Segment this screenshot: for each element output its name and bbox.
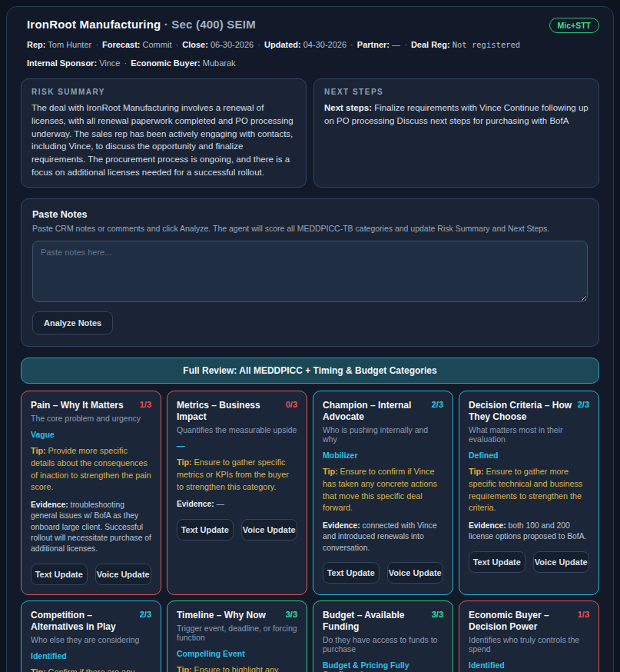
sponsor-meta-row: Internal Sponsor: Vince · Economic Buyer… <box>21 57 599 70</box>
header: IronRoot Manufacturing · Sec (400) SEIM … <box>21 18 599 33</box>
tip-text: Ensure to confirm if Vince has taken any… <box>323 467 437 512</box>
paste-notes-panel: Paste Notes Paste CRM notes or comments … <box>21 198 599 347</box>
text-update-button[interactable]: Text Update <box>323 562 380 584</box>
card-status: Identified <box>469 660 589 670</box>
card-status: Budget & Pricing Fully Confirmed <box>323 660 443 672</box>
card-status: Defined <box>469 451 589 460</box>
deal-name: IronRoot Manufacturing <box>27 18 161 31</box>
tip-label: Tip: <box>31 667 46 672</box>
card-subtitle: Who is pushing internally and why <box>323 425 443 444</box>
card-score: 3/3 <box>432 610 443 619</box>
card-status: Compelling Event <box>177 649 297 658</box>
paste-notes-title: Paste Notes <box>32 209 588 220</box>
evidence-label: Evidence: <box>469 521 506 530</box>
meta-label: Deal Reg: <box>411 40 450 49</box>
summary-panels: RISK SUMMARY The deal with IronRoot Manu… <box>21 78 599 188</box>
mic-stt-badge: Mic+STT <box>549 18 599 33</box>
meta-label: Economic Buyer: <box>131 58 200 68</box>
card-status: Mobilizer <box>323 451 443 460</box>
card-title: Economic Buyer – Decision Power <box>469 610 573 633</box>
deal-review-window: IronRoot Manufacturing · Sec (400) SEIM … <box>6 6 614 672</box>
meta-label: Forecast: <box>102 40 141 49</box>
card-status: — <box>177 441 297 451</box>
paste-notes-description: Paste CRM notes or comments and click An… <box>32 224 588 233</box>
separator: · <box>94 40 100 49</box>
card-title: Metrics – Business Impact <box>177 400 281 423</box>
meta-value: — <box>392 40 400 49</box>
analyze-notes-button[interactable]: Analyze Notes <box>32 311 113 334</box>
card-evidence: Evidence: connected with Vince and intro… <box>323 521 443 554</box>
tip-label: Tip: <box>31 446 46 455</box>
meta-value: 06-30-2026 <box>211 40 254 49</box>
voice-update-button[interactable]: Voice Update <box>241 519 298 541</box>
voice-update-button[interactable]: Voice Update <box>95 564 152 585</box>
next-steps-heading: NEXT STEPS <box>324 88 589 96</box>
separator: · <box>256 40 262 49</box>
meta-value: Commit <box>143 40 172 49</box>
meddpicc-card: Competition – Alternatives in Play 2/3 W… <box>21 600 161 672</box>
voice-update-button[interactable]: Voice Update <box>533 551 590 573</box>
card-status: Identified <box>31 651 151 660</box>
separator: · <box>123 58 129 68</box>
voice-update-button[interactable]: Voice Update <box>387 562 444 584</box>
card-header: Metrics – Business Impact 0/3 <box>177 400 297 423</box>
card-tip: Tip: Ensure to gather more specific tech… <box>469 466 589 514</box>
tip-text: Ensure to highlight any specific deadlin… <box>177 665 293 672</box>
tip-label: Tip: <box>177 457 192 467</box>
tip-text: Ensure to gather more specific technical… <box>469 467 582 512</box>
separator: · <box>349 40 355 49</box>
card-score: 2/3 <box>578 400 589 409</box>
tip-text: Provide more specific details about the … <box>31 446 151 491</box>
card-header: Competition – Alternatives in Play 2/3 <box>31 610 151 633</box>
next-steps-label: Next steps: <box>324 103 372 112</box>
card-header: Decision Criteria – How They Choose 2/3 <box>469 400 589 423</box>
card-score: 2/3 <box>432 400 443 409</box>
meddpicc-card: Decision Criteria – How They Choose 2/3 … <box>459 391 599 595</box>
notes-input[interactable] <box>32 241 588 302</box>
card-score: 2/3 <box>140 610 151 619</box>
risk-summary-text: The deal with IronRoot Manufacturing inv… <box>31 101 296 178</box>
meta-label: Partner: <box>357 40 390 49</box>
separator: · <box>174 40 181 49</box>
text-update-button[interactable]: Text Update <box>31 564 88 585</box>
tip-label: Tip: <box>469 467 484 476</box>
card-score: 1/3 <box>140 400 151 409</box>
meddpicc-cards-grid: Pain – Why It Matters 1/3 The core probl… <box>21 391 599 672</box>
tip-text: Confirm if there are any specific compet… <box>31 667 147 672</box>
meddpicc-card: Economic Buyer – Decision Power 1/3 Iden… <box>459 600 599 672</box>
tip-label: Tip: <box>177 665 192 672</box>
meta-label: Internal Sponsor: <box>27 58 97 68</box>
full-review-banner[interactable]: Full Review: All MEDDPICC + Timing & Bud… <box>21 358 599 384</box>
card-actions: Text Update Voice Update <box>469 551 589 573</box>
card-score: 1/3 <box>578 610 589 619</box>
deal-reg-value: Not registered <box>453 40 521 49</box>
card-title: Pain – Why It Matters <box>31 400 124 411</box>
card-header: Pain – Why It Matters 1/3 <box>31 400 151 411</box>
card-header: Economic Buyer – Decision Power 1/3 <box>469 610 589 633</box>
card-title: Timeline – Why Now <box>177 610 266 621</box>
deal-subtitle: · Sec (400) SEIM <box>164 18 256 31</box>
meta-value: Mubarak <box>203 58 236 68</box>
tip-text: Ensure to gather specific metrics or KPI… <box>177 457 289 491</box>
text-update-button[interactable]: Text Update <box>469 551 526 573</box>
card-subtitle: What matters most in their evaluation <box>469 425 589 444</box>
card-subtitle: Do they have access to funds to purchase <box>323 635 443 654</box>
risk-summary-heading: RISK SUMMARY <box>31 88 296 96</box>
evidence-label: Evidence: <box>31 501 68 509</box>
meddpicc-card: Champion – Internal Advocate 2/3 Who is … <box>313 391 453 595</box>
meta-value: Tom Hunter <box>48 40 91 49</box>
text-update-button[interactable]: Text Update <box>177 519 234 541</box>
card-actions: Text Update Voice Update <box>323 562 443 584</box>
risk-summary-panel: RISK SUMMARY The deal with IronRoot Manu… <box>21 78 307 188</box>
meta-value: 04-30-2026 <box>303 40 346 49</box>
card-header: Champion – Internal Advocate 2/3 <box>323 400 443 423</box>
card-evidence: Evidence: — <box>177 499 297 510</box>
card-subtitle: Trigger event, deadline, or forcing func… <box>177 624 297 642</box>
card-tip: Tip: Ensure to confirm if Vince has take… <box>323 466 443 514</box>
separator: · <box>403 40 409 49</box>
card-evidence: Evidence: both 100 and 200 license optio… <box>469 521 589 543</box>
meddpicc-card: Budget – Available Funding 3/3 Do they h… <box>313 600 453 672</box>
card-evidence: Evidence: troubleshooting general issues… <box>31 500 151 555</box>
card-title: Budget – Available Funding <box>323 610 427 633</box>
card-score: 3/3 <box>286 610 297 619</box>
